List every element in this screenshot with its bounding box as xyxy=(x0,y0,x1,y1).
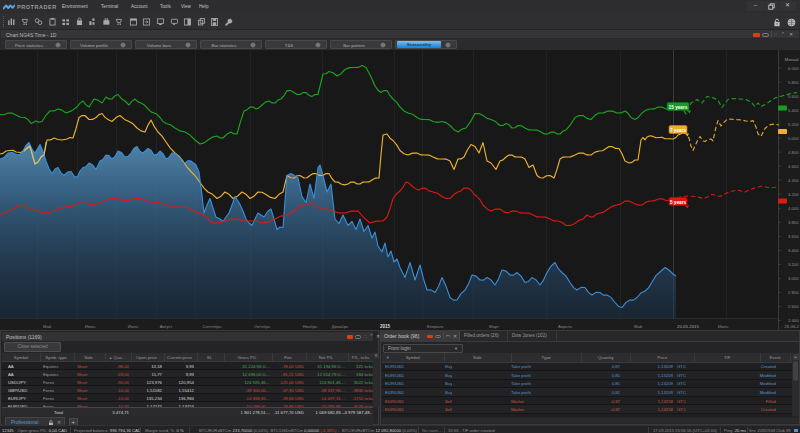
svg-text:3.400: 3.400 xyxy=(788,248,799,253)
svg-text:5.200: 5.200 xyxy=(788,122,799,127)
svg-text:7 years: 7 years xyxy=(670,128,687,133)
svg-text:Сентябрь: Сентябрь xyxy=(203,324,223,329)
svg-text:20.05.2015: 20.05.2015 xyxy=(677,324,700,329)
svg-text:2.600: 2.600 xyxy=(788,304,799,309)
svg-text:3.800: 3.800 xyxy=(788,220,799,225)
svg-text:Март: Март xyxy=(489,324,499,329)
svg-text:2.800: 2.800 xyxy=(788,290,799,295)
svg-text:Июнь: Июнь xyxy=(85,324,96,329)
svg-text:Апрель: Апрель xyxy=(558,324,573,329)
svg-text:4.800: 4.800 xyxy=(788,150,799,155)
svg-text:5.400: 5.400 xyxy=(788,108,799,113)
svg-text:Октябрь: Октябрь xyxy=(254,324,271,329)
svg-text:5 years: 5 years xyxy=(670,200,687,205)
svg-text:5.800: 5.800 xyxy=(788,80,799,85)
svg-text:3.000: 3.000 xyxy=(788,276,799,281)
svg-text:5.000: 5.000 xyxy=(788,136,799,141)
svg-text:4.000: 4.000 xyxy=(788,206,799,211)
svg-text:4.400: 4.400 xyxy=(788,178,799,183)
svg-text:Декабрь: Декабрь xyxy=(332,324,349,329)
svg-text:Июль: Июль xyxy=(128,324,140,329)
svg-text:2.400: 2.400 xyxy=(788,318,799,323)
svg-text:Август: Август xyxy=(160,324,173,329)
svg-text:Февраль: Февраль xyxy=(426,324,444,329)
svg-text:3.600: 3.600 xyxy=(788,234,799,239)
svg-text:3.200: 3.200 xyxy=(788,262,799,267)
svg-text:4.600: 4.600 xyxy=(788,164,799,169)
svg-text:Ноябрь: Ноябрь xyxy=(303,324,318,329)
svg-text:2015: 2015 xyxy=(380,324,391,329)
svg-text:5.600: 5.600 xyxy=(788,94,799,99)
svg-text:26.06.2: 26.06.2 xyxy=(784,324,799,329)
svg-text:4.200: 4.200 xyxy=(788,192,799,197)
svg-text:Manual: Manual xyxy=(785,57,799,62)
svg-text:Июнь: Июнь xyxy=(718,324,729,329)
svg-text:Май: Май xyxy=(43,324,52,329)
svg-text:15 years: 15 years xyxy=(669,105,688,110)
svg-text:Май: Май xyxy=(634,324,643,329)
svg-text:6.000: 6.000 xyxy=(788,66,799,71)
